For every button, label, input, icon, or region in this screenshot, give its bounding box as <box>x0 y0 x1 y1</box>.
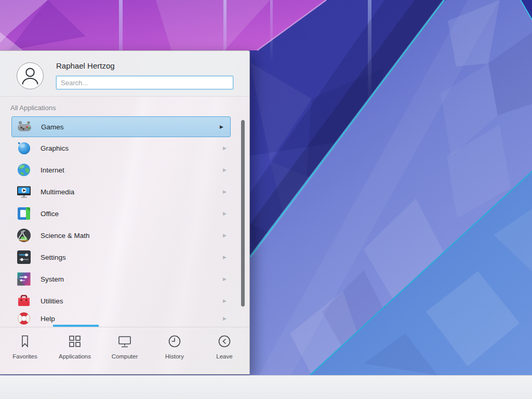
category-label: Help <box>41 315 55 323</box>
tab-leave[interactable]: Leave <box>200 327 249 375</box>
category-label: Utilities <box>41 297 63 305</box>
submenu-arrow-icon: ▶ <box>223 189 227 194</box>
category-row-games[interactable]: Games ▶ <box>11 116 231 137</box>
submenu-arrow-icon: ▶ <box>223 211 227 216</box>
science-math-icon <box>16 227 32 244</box>
submenu-arrow-icon: ▶ <box>223 145 227 151</box>
leave-icon <box>217 334 232 349</box>
tab-applications[interactable]: Applications <box>50 327 100 375</box>
category-label: Science & Math <box>41 232 90 240</box>
submenu-arrow-icon: ▶ <box>223 298 227 303</box>
favorites-icon <box>17 334 33 349</box>
category-row-science-math[interactable]: Science & Math ▶ <box>0 224 249 246</box>
office-icon <box>16 205 32 222</box>
user-avatar-icon <box>17 63 43 89</box>
help-icon <box>16 310 32 327</box>
taskbar: ES ▲ 7:03 PM 4/24/21 <box>0 375 532 399</box>
graphics-icon <box>16 140 32 156</box>
category-row-multimedia[interactable]: Multimedia ▶ <box>0 181 249 203</box>
category-row-settings[interactable]: Settings ▶ <box>0 246 249 268</box>
computer-icon <box>117 334 132 349</box>
tab-label: History <box>165 353 184 360</box>
search-input[interactable] <box>56 76 233 89</box>
section-label: All Applications <box>10 104 56 112</box>
submenu-arrow-icon: ▶ <box>223 276 227 282</box>
user-avatar[interactable] <box>17 62 44 89</box>
category-label: Internet <box>41 166 64 174</box>
category-row-office[interactable]: Office ▶ <box>0 203 249 224</box>
menu-header: Raphael Hertzog <box>0 51 249 97</box>
submenu-arrow-icon: ▶ <box>223 233 227 238</box>
submenu-arrow-icon: ▶ <box>223 316 227 321</box>
system-icon <box>16 271 32 287</box>
tab-computer[interactable]: Computer <box>100 327 150 375</box>
category-label: System <box>41 275 64 283</box>
submenu-arrow-icon: ▶ <box>223 167 227 172</box>
tab-history[interactable]: History <box>150 327 200 375</box>
multimedia-icon <box>16 183 32 200</box>
tab-label: Favorites <box>12 353 37 360</box>
scrollbar[interactable] <box>241 120 245 307</box>
category-row-system[interactable]: System ▶ <box>0 268 249 290</box>
desktop: Raphael Hertzog All Applications Games <box>0 0 532 399</box>
category-label: Graphics <box>41 144 69 152</box>
history-icon <box>167 334 182 349</box>
category-row-help[interactable]: Help ▶ <box>0 308 249 327</box>
application-launcher-menu: Raphael Hertzog All Applications Games <box>0 50 250 375</box>
category-row-internet[interactable]: Internet ▶ <box>0 159 249 181</box>
category-label: Multimedia <box>41 188 74 196</box>
tab-label: Computer <box>112 353 138 360</box>
tab-label: Leave <box>216 353 232 360</box>
help-underline-bar <box>53 325 99 327</box>
user-name: Raphael Hertzog <box>56 61 115 70</box>
submenu-arrow-icon: ▶ <box>220 124 223 129</box>
tab-label: Applications <box>59 353 91 360</box>
category-row-graphics[interactable]: Graphics ▶ <box>0 137 249 159</box>
category-label: Office <box>41 210 59 218</box>
category-label: Games <box>41 123 64 131</box>
games-icon <box>16 118 33 135</box>
internet-icon <box>16 162 32 178</box>
category-label: Settings <box>41 254 66 261</box>
applications-icon <box>67 334 83 349</box>
submenu-arrow-icon: ▶ <box>223 255 227 260</box>
category-list: Games ▶ Graphics ▶ <box>0 116 249 327</box>
settings-icon <box>16 249 32 265</box>
tab-favorites[interactable]: Favorites <box>0 327 50 375</box>
launcher-tab-bar: Favorites Applications C <box>0 327 249 375</box>
utilities-icon <box>16 292 32 309</box>
